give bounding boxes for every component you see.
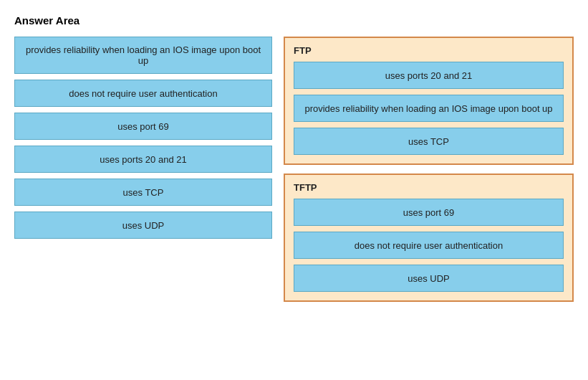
drop-items-ftp: uses ports 20 and 21provides reliability… (294, 62, 564, 155)
drop-item-tftp-udp[interactable]: uses UDP (294, 265, 564, 292)
answer-item-provides-reliability[interactable]: provides reliability when loading an IOS… (14, 37, 272, 74)
left-column: provides reliability when loading an IOS… (14, 37, 272, 239)
page-container: Answer Area provides reliability when lo… (14, 14, 574, 302)
drop-item-ftp-tcp[interactable]: uses TCP (294, 128, 564, 155)
right-column: FTPuses ports 20 and 21provides reliabil… (284, 37, 574, 302)
drop-items-tftp: uses port 69does not require user authen… (294, 199, 564, 292)
answer-item-ports-20-21[interactable]: uses ports 20 and 21 (14, 146, 272, 173)
answer-item-udp[interactable]: uses UDP (14, 212, 272, 239)
drop-zone-title-tftp: TFTP (294, 182, 564, 193)
drop-zone-tftp: TFTPuses port 69does not require user au… (284, 174, 574, 302)
drop-item-ftp-reliability[interactable]: provides reliability when loading an IOS… (294, 95, 564, 122)
drop-zone-ftp: FTPuses ports 20 and 21provides reliabil… (284, 37, 574, 165)
answer-item-no-auth[interactable]: does not require user authentication (14, 80, 272, 107)
answer-item-port-69[interactable]: uses port 69 (14, 113, 272, 140)
page-title: Answer Area (14, 14, 574, 27)
drop-zone-title-ftp: FTP (294, 45, 564, 56)
drop-item-ftp-ports[interactable]: uses ports 20 and 21 (294, 62, 564, 89)
drop-item-tftp-noauth[interactable]: does not require user authentication (294, 232, 564, 259)
drop-item-tftp-port69[interactable]: uses port 69 (294, 199, 564, 226)
answer-item-tcp[interactable]: uses TCP (14, 179, 272, 206)
main-layout: provides reliability when loading an IOS… (14, 37, 574, 302)
